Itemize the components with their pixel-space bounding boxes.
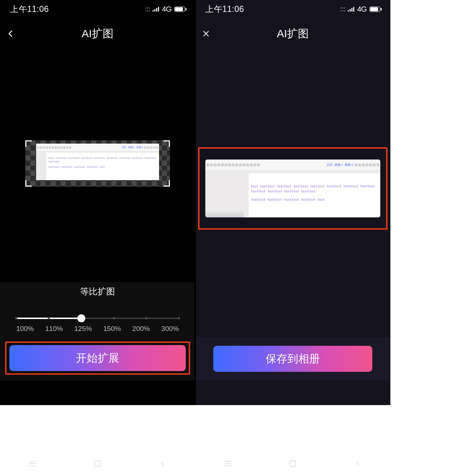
start-expand-button[interactable]: 开始扩展: [9, 345, 186, 371]
square-icon: [94, 460, 102, 468]
clock-text: 上午11:06: [10, 4, 49, 15]
chevron-left-icon: [7, 29, 15, 38]
save-to-album-button[interactable]: 保存到相册: [213, 346, 372, 372]
doc-style-tag: 标题 1: [128, 146, 135, 149]
close-icon: [202, 29, 210, 38]
app-header: AI扩图: [0, 24, 195, 44]
panel-title: 等比扩图: [0, 286, 195, 297]
doc-line: test texttest texttest texttest texttest…: [251, 184, 378, 194]
crop-handle-tl[interactable]: [25, 140, 32, 147]
crop-handle-bl[interactable]: [25, 180, 32, 187]
signal-prefix: :::: [340, 5, 346, 13]
result-highlight-frame: 正文 标题 1 标题 2 test texttest texttest text…: [198, 147, 388, 230]
crop-handle-tr[interactable]: [163, 140, 170, 147]
source-image-preview: 正文 标题 1 标题 2 test texttest texttest text…: [36, 144, 159, 180]
android-recent-button[interactable]: [18, 456, 47, 471]
tick-label: 200%: [132, 325, 150, 333]
android-back-button[interactable]: [148, 456, 177, 471]
hamburger-icon: [223, 460, 233, 467]
tick-label: 300%: [161, 325, 179, 333]
battery-icon: [174, 7, 185, 12]
doc-line: texttest texttest texttest texttest text: [48, 165, 157, 169]
page-title: AI扩图: [0, 26, 195, 41]
status-bar: 上午11:06 ::: 4G: [195, 0, 390, 18]
android-home-button[interactable]: [278, 456, 307, 471]
signal-icon: [153, 7, 159, 12]
crop-handle-br[interactable]: [163, 180, 170, 187]
svg-rect-5: [95, 461, 100, 467]
tick-label: 100%: [16, 325, 34, 333]
save-panel: 保存到相册: [195, 337, 390, 381]
back-button[interactable]: [7, 24, 15, 44]
image-canvas[interactable]: 正文 标题 1 标题 2 test texttest texttest text…: [0, 47, 195, 282]
network-type: 4G: [357, 5, 367, 13]
page-title: AI扩图: [195, 26, 390, 41]
clock-text: 上午11:06: [205, 4, 244, 15]
doc-style-tag: 正文: [121, 146, 127, 149]
android-home-button[interactable]: [83, 456, 112, 471]
doc-line: test texttest texttest texttest texttest…: [48, 156, 157, 164]
primary-button-highlight: 开始扩展: [5, 341, 190, 375]
slider-thumb[interactable]: [77, 314, 85, 322]
button-label: 保存到相册: [266, 352, 320, 366]
doc-style-tag: 标题 2: [344, 163, 354, 167]
network-type: 4G: [162, 5, 171, 13]
chevron-left-icon: [159, 460, 167, 468]
hamburger-icon: [27, 460, 38, 467]
expand-bounds-frame[interactable]: 正文 标题 1 标题 2 test texttest texttest text…: [25, 140, 170, 187]
signal-prefix: :::: [145, 5, 150, 13]
svg-rect-9: [290, 461, 296, 467]
android-nav-bar: [0, 451, 195, 476]
doc-style-tag: 标题 1: [334, 163, 344, 167]
android-back-button[interactable]: [343, 456, 372, 471]
android-nav-bar: [195, 451, 390, 476]
doc-style-tag: 标题 2: [136, 146, 144, 149]
expand-options-panel: 等比扩图 100% 110% 125% 150% 200% 300%: [0, 282, 195, 381]
signal-icon: [348, 7, 354, 12]
close-button[interactable]: [202, 24, 210, 44]
square-icon: [289, 460, 297, 468]
result-image-preview[interactable]: 正文 标题 1 标题 2 test texttest texttest text…: [205, 160, 380, 217]
tick-label: 110%: [45, 325, 63, 333]
app-header: AI扩图: [195, 24, 390, 44]
doc-line: texttest texttest texttest texttest text: [251, 197, 378, 203]
android-recent-button[interactable]: [213, 456, 242, 471]
doc-style-tag: 正文: [326, 163, 333, 167]
button-label: 开始扩展: [76, 351, 119, 366]
tick-label: 125%: [74, 325, 92, 333]
status-bar: 上午11:06 ::: 4G: [0, 0, 195, 18]
battery-icon: [369, 7, 380, 12]
tick-label: 150%: [103, 325, 121, 333]
chevron-left-icon: [354, 460, 362, 468]
